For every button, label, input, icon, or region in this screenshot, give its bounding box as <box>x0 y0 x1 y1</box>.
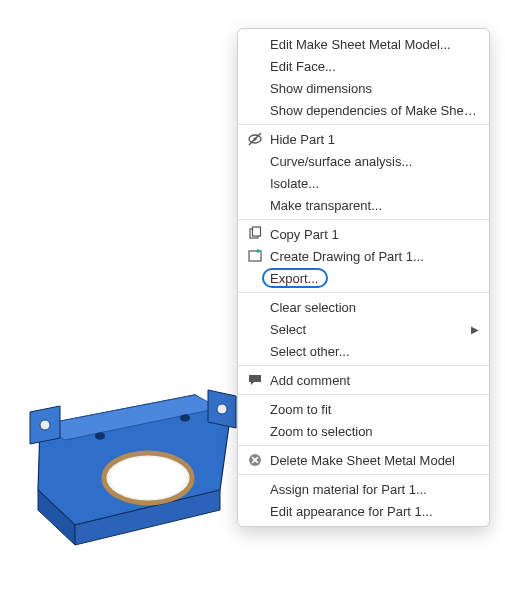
menu-label: Edit Make Sheet Metal Model... <box>266 37 479 52</box>
menu-separator <box>238 445 489 446</box>
menu-item-hide-part[interactable]: Hide Part 1 <box>238 128 489 150</box>
icon-empty <box>244 478 266 500</box>
icon-empty <box>244 33 266 55</box>
icon-empty <box>244 398 266 420</box>
menu-item-zoom-selection[interactable]: Zoom to selection <box>238 420 489 442</box>
menu-label: Hide Part 1 <box>266 132 479 147</box>
part-svg <box>20 370 250 570</box>
icon-empty <box>244 340 266 362</box>
menu-label: Select other... <box>266 344 479 359</box>
menu-item-zoom-fit[interactable]: Zoom to fit <box>238 398 489 420</box>
menu-label: Zoom to selection <box>266 424 479 439</box>
svg-rect-17 <box>249 251 261 261</box>
menu-label: Isolate... <box>266 176 479 191</box>
menu-label: Make transparent... <box>266 198 479 213</box>
menu-item-select[interactable]: Select ▶ <box>238 318 489 340</box>
menu-item-add-comment[interactable]: Add comment <box>238 369 489 391</box>
context-menu: Edit Make Sheet Metal Model... Edit Face… <box>237 28 490 527</box>
copy-icon <box>244 223 266 245</box>
menu-item-delete-sheet-metal[interactable]: Delete Make Sheet Metal Model <box>238 449 489 471</box>
menu-separator <box>238 394 489 395</box>
icon-empty <box>244 500 266 522</box>
menu-item-copy-part[interactable]: Copy Part 1 <box>238 223 489 245</box>
menu-item-edit-face[interactable]: Edit Face... <box>238 55 489 77</box>
hide-icon <box>244 128 266 150</box>
delete-icon <box>244 449 266 471</box>
menu-separator <box>238 219 489 220</box>
icon-empty <box>244 194 266 216</box>
menu-label: Show dependencies of Make Sheet M... <box>266 103 479 118</box>
menu-separator <box>238 292 489 293</box>
part-3d-model <box>20 370 250 570</box>
menu-label: Show dimensions <box>266 81 479 96</box>
icon-empty <box>244 318 266 340</box>
menu-separator <box>238 365 489 366</box>
menu-separator <box>238 474 489 475</box>
menu-label: Zoom to fit <box>266 402 479 417</box>
menu-item-export[interactable]: Export... <box>238 267 489 289</box>
icon-empty <box>244 296 266 318</box>
svg-point-9 <box>181 415 190 421</box>
menu-label: Select <box>266 322 469 337</box>
menu-label: Export... <box>266 271 479 286</box>
icon-empty <box>244 267 266 289</box>
menu-separator <box>238 124 489 125</box>
menu-item-isolate[interactable]: Isolate... <box>238 172 489 194</box>
submenu-arrow-icon: ▶ <box>469 324 479 335</box>
menu-label: Create Drawing of Part 1... <box>266 249 479 264</box>
menu-label: Edit appearance for Part 1... <box>266 504 479 519</box>
menu-label: Copy Part 1 <box>266 227 479 242</box>
menu-item-edit-appearance[interactable]: Edit appearance for Part 1... <box>238 500 489 522</box>
menu-item-show-dependencies[interactable]: Show dependencies of Make Sheet M... <box>238 99 489 121</box>
menu-label: Assign material for Part 1... <box>266 482 479 497</box>
menu-item-curve-surface[interactable]: Curve/surface analysis... <box>238 150 489 172</box>
icon-empty <box>244 99 266 121</box>
menu-item-create-drawing[interactable]: Create Drawing of Part 1... <box>238 245 489 267</box>
menu-label: Clear selection <box>266 300 479 315</box>
menu-item-select-other[interactable]: Select other... <box>238 340 489 362</box>
svg-point-5 <box>40 420 50 430</box>
icon-empty <box>244 77 266 99</box>
menu-label: Add comment <box>266 373 479 388</box>
menu-label: Edit Face... <box>266 59 479 74</box>
icon-empty <box>244 172 266 194</box>
svg-point-11 <box>110 457 186 499</box>
comment-icon <box>244 369 266 391</box>
svg-point-8 <box>96 433 105 439</box>
drawing-icon <box>244 245 266 267</box>
menu-item-show-dimensions[interactable]: Show dimensions <box>238 77 489 99</box>
menu-label: Delete Make Sheet Metal Model <box>266 453 479 468</box>
svg-point-7 <box>217 404 227 414</box>
menu-item-clear-selection[interactable]: Clear selection <box>238 296 489 318</box>
menu-label: Curve/surface analysis... <box>266 154 479 169</box>
icon-empty <box>244 55 266 77</box>
stage: Edit Make Sheet Metal Model... Edit Face… <box>0 0 505 597</box>
menu-item-edit-sheet-metal[interactable]: Edit Make Sheet Metal Model... <box>238 33 489 55</box>
menu-item-make-transparent[interactable]: Make transparent... <box>238 194 489 216</box>
svg-rect-16 <box>253 227 261 236</box>
menu-item-assign-material[interactable]: Assign material for Part 1... <box>238 478 489 500</box>
icon-empty <box>244 420 266 442</box>
icon-empty <box>244 150 266 172</box>
